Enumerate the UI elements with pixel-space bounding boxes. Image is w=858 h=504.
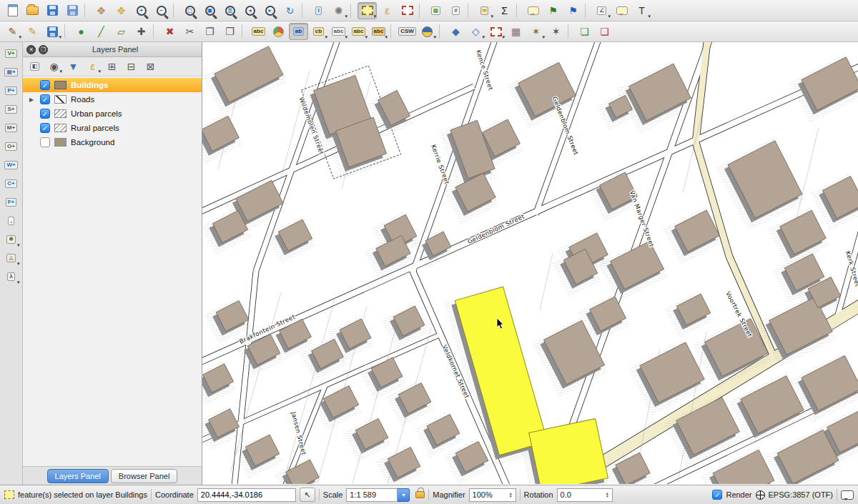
scale-dropdown-button[interactable]: ▼ <box>398 488 410 502</box>
zoom-last-button[interactable]: ◂ <box>240 2 260 19</box>
annotation-bubble-button[interactable] <box>612 2 631 19</box>
deselect-features-button[interactable] <box>398 2 417 19</box>
zoom-next-button[interactable]: ▸ <box>260 2 280 19</box>
attribute-grid-button[interactable]: ▦ <box>506 23 526 40</box>
open-attribute-table-button[interactable]: ▦ <box>426 2 445 19</box>
add-delimited-text-layer-button[interactable]: , <box>2 212 21 229</box>
rotation-spinbox[interactable]: 0.0 ▲▼ <box>557 488 613 502</box>
mouse-position-toggle-button[interactable]: ↖ <box>300 488 315 502</box>
pin-unpin-labels-button[interactable]: abc▾ <box>329 23 348 40</box>
filter-legend-button[interactable]: ▼ <box>64 59 82 74</box>
toggle-editing-button[interactable]: ✎ <box>23 23 42 40</box>
open-layer-styling-button[interactable]: ◧ <box>26 59 44 74</box>
add-line-feature-button[interactable]: ╱ <box>92 23 111 40</box>
tab-layers-panel[interactable]: Layers Panel <box>47 469 109 483</box>
simplify-feature-button[interactable]: ✶▾ <box>526 23 546 40</box>
epsg-status[interactable]: EPSG:3857 (OTF) <box>769 490 833 499</box>
open-project-button[interactable] <box>23 2 42 19</box>
new-shapefile-layer-button[interactable]: ✱▾ <box>2 231 21 248</box>
manage-map-themes-button[interactable]: ◉▾ <box>45 59 63 74</box>
processing-toolbox-button[interactable]: ◇▾ <box>466 23 485 40</box>
remove-layer-button[interactable]: ⊠ <box>142 59 159 74</box>
add-spatialite-layer-button[interactable]: S+ <box>2 101 21 118</box>
layer-item-background[interactable]: Background <box>23 135 202 149</box>
change-label-button[interactable]: abc▾ <box>369 23 388 40</box>
zoom-to-selection-button[interactable]: ▣ <box>200 2 220 19</box>
layer-item-urban-parcels[interactable]: ✓Urban parcels <box>23 107 202 121</box>
add-mssql-layer-button[interactable]: M+ <box>2 119 21 137</box>
map-theme-red-button[interactable]: ❏ <box>595 23 614 40</box>
select-features-by-rectangle-button[interactable]: ▾ <box>358 2 377 19</box>
add-postgis-layer-button[interactable]: P+ <box>2 82 21 99</box>
label-abc-button[interactable]: abc <box>249 23 268 40</box>
layer-item-rural-parcels[interactable]: ✓Rural parcels <box>23 121 202 135</box>
scale-lock-icon[interactable] <box>415 491 425 498</box>
new-geopackage-layer-button[interactable]: ◬▾ <box>2 249 21 267</box>
select-by-polygon-button[interactable]: ▾ <box>486 23 506 40</box>
map-canvas[interactable]: Wildemolen StreetKence StreetKerrie Stre… <box>202 42 858 485</box>
measure-angle-button[interactable]: ∠▾ <box>592 2 611 19</box>
save-project-button[interactable] <box>43 2 62 19</box>
run-feature-action-button[interactable]: ✺▾ <box>329 2 348 19</box>
highlight-pinned-labels-button[interactable]: ab <box>289 23 308 40</box>
panel-close-button[interactable]: ✕ <box>26 45 36 54</box>
layer-visibility-checkbox[interactable]: ✓ <box>40 80 50 90</box>
filter-by-expression-button[interactable]: ε▾ <box>84 59 102 74</box>
cut-features-button[interactable]: ✂ <box>180 23 199 40</box>
python-console-button[interactable]: ▾ <box>418 23 437 40</box>
rotation-stepper[interactable]: ▲▼ <box>606 492 609 498</box>
layer-item-roads[interactable]: ▶✓Roads <box>23 92 202 107</box>
expander-icon[interactable]: ▶ <box>29 97 34 103</box>
new-bookmark-button[interactable]: ⚑ <box>543 2 563 19</box>
copy-features-button[interactable]: ❐ <box>200 23 220 40</box>
move-label-button[interactable]: abc▾ <box>349 23 368 40</box>
field-calculator-button[interactable]: # <box>446 2 465 19</box>
tab-browser-panel[interactable]: Browser Panel <box>111 469 178 483</box>
save-project-as-button[interactable] <box>63 2 82 19</box>
add-wcs-layer-button[interactable]: C+ <box>2 175 21 192</box>
pan-map-button[interactable]: ✥ <box>92 2 111 19</box>
show-bookmarks-button[interactable]: ⚑ <box>563 2 583 19</box>
select-features-by-expression-button[interactable]: ε <box>378 2 397 19</box>
layer-visibility-checkbox[interactable] <box>40 137 50 147</box>
layer-visibility-checkbox[interactable]: ✓ <box>40 94 50 104</box>
render-checkbox[interactable]: ✓ <box>712 490 722 500</box>
add-wfs-layer-button[interactable]: F+ <box>2 194 21 211</box>
zoom-full-extent-button[interactable]: ◻ <box>180 2 199 19</box>
zoom-out-button[interactable]: − <box>152 2 171 19</box>
layer-item-buildings[interactable]: ✓Buildings <box>23 78 202 92</box>
add-wms-layer-button[interactable]: W+ <box>2 157 21 174</box>
collapse-all-button[interactable]: ⊟ <box>122 59 140 74</box>
current-edits-button[interactable]: ✎▾ <box>3 23 22 40</box>
node-tool-button[interactable]: ✚ <box>132 23 151 40</box>
new-project-button[interactable] <box>3 2 22 19</box>
save-layer-edits-button[interactable]: ▾ <box>43 23 62 40</box>
magnifier-stepper[interactable]: ▲▼ <box>509 492 513 498</box>
add-oracle-layer-button[interactable]: O+ <box>2 138 21 155</box>
smooth-feature-button[interactable]: ✶ <box>546 23 566 40</box>
refresh-map-button[interactable]: ↻ <box>280 2 300 19</box>
layer-visibility-checkbox[interactable]: ✓ <box>40 123 50 133</box>
messages-button[interactable] <box>841 490 854 500</box>
zoom-in-button[interactable]: + <box>132 2 151 19</box>
add-polygon-feature-button[interactable]: ▱ <box>112 23 131 40</box>
statistical-summary-button[interactable]: Σ <box>495 2 514 19</box>
add-feature-button[interactable]: ● <box>72 23 91 40</box>
map-tips-button[interactable] <box>523 2 543 19</box>
coordinate-input[interactable] <box>197 488 296 502</box>
pan-to-selection-button[interactable]: ✥ <box>112 2 131 19</box>
panel-float-button[interactable]: ❐ <box>39 45 48 54</box>
magnifier-spinbox[interactable]: 100% ▲▼ <box>469 488 516 502</box>
expand-all-button[interactable]: ⊞ <box>103 59 121 74</box>
zoom-to-layer-button[interactable]: ≣ <box>220 2 240 19</box>
identify-features-button[interactable]: i <box>309 2 328 19</box>
add-raster-layer-button[interactable]: ▦+ <box>2 64 21 81</box>
paste-features-button[interactable]: ❒ <box>220 23 240 40</box>
layer-visibility-checkbox[interactable]: ✓ <box>40 109 50 119</box>
measure-line-button[interactable]: ═▾ <box>475 2 494 19</box>
csw-catalog-button[interactable]: CSW <box>398 23 417 40</box>
text-annotation-button[interactable]: T▾ <box>632 2 651 19</box>
map-theme-green-button[interactable]: ❏ <box>575 23 594 40</box>
delete-selected-button[interactable]: ✖ <box>160 23 179 40</box>
add-vector-layer-button[interactable]: V+ <box>2 45 21 62</box>
